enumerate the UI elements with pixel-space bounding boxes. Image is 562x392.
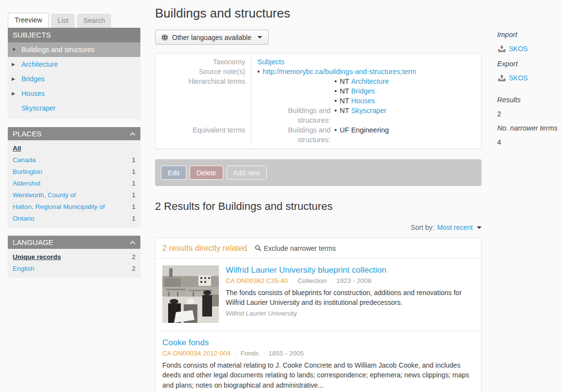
hierarchical-term-link[interactable]: Architecture [351,76,388,86]
source-note-row: Source note(s) •http://memorybc.ca/build… [155,67,481,76]
language-facet-header[interactable]: LANGUAGE [8,236,140,249]
other-languages-button[interactable]: Other languages available [155,30,269,45]
language-facet-body: Unique records 2 English 2 [8,249,140,277]
facet-row-all: All [8,142,140,154]
equivalent-terms-row: Equivalent terms Buildings and structure… [155,125,481,145]
places-facet-body: All Canada 1 Burlington 1 Aldershot 1 We… [8,140,140,227]
subjects-header: SUBJECTS [8,28,140,42]
result-item: Wilfrid Laurier University blueprint col… [155,259,481,331]
caret-down-icon [477,226,482,229]
right-sidebar: Import SKOS Export SKOS Results 2 No. na… [497,31,561,152]
facet-link[interactable]: English [13,265,34,272]
facet-count: 1 [132,203,136,210]
term-prefix [257,96,330,106]
level-of-description: Fonds [240,350,259,357]
facet-link[interactable]: Ontario [13,215,34,222]
results-count-value: 2 [497,110,561,118]
places-header-label: PLACES [13,129,41,139]
bullet-icon: • [334,96,337,106]
tree-item-link[interactable]: Houses [21,90,44,97]
result-thumbnail[interactable] [162,265,219,323]
hierarchical-term-link[interactable]: Houses [351,96,375,106]
tree-item-link[interactable]: Architecture [21,60,58,68]
results-count-heading: Results [497,96,561,104]
facet-link[interactable]: Halton, Regional Municipality of [13,203,105,210]
delete-button[interactable]: Delete [190,166,223,180]
level-of-description: Collection [298,277,327,284]
facet-link[interactable]: Aldershot [13,180,40,187]
tree-item-skyscraper[interactable]: Skyscraper [8,101,140,115]
triangle-right-icon[interactable] [12,76,21,81]
term-prefix [257,76,330,86]
facet-row-english: English 2 [8,262,140,274]
term-prefix: Buildings and structures: [257,106,330,125]
tab-search[interactable]: Search [77,14,111,28]
exclude-narrower-terms-link[interactable]: Exclude narrower terms [255,244,336,252]
facet-link[interactable]: Canada [13,156,36,164]
term-info-box: Taxonomy Subjects Source note(s) •http:/… [155,53,482,149]
taxonomy-link[interactable]: Subjects [257,58,285,66]
export-skos-link[interactable]: SKOS [498,74,528,82]
sort-by-select[interactable]: Most recent [437,224,473,231]
other-languages-label: Other languages available [172,34,252,41]
hierarchical-terms-label: Hierarchical terms [155,76,251,125]
import-heading: Import [497,31,561,38]
facet-count: 2 [132,265,136,272]
hierarchical-term-link[interactable]: Skyscraper [351,106,387,125]
chevron-up-icon [130,241,136,244]
exclude-narrower-terms-label: Exclude narrower terms [264,244,336,252]
chevron-up-icon [130,132,136,136]
main-content: Buildings and structures Other languages… [155,6,482,392]
term-prefix: Buildings and structures: [257,125,330,145]
search-icon [255,245,261,251]
sort-row: Sort by: Most recent [155,224,482,231]
bullet-icon: • [334,106,337,125]
import-skos-link[interactable]: SKOS [498,45,528,53]
result-item: Cooke fonds CA ON00034 2012-004 · Fonds … [155,331,481,392]
triangle-right-icon[interactable] [12,91,21,96]
tree-item-link[interactable]: Skyscraper [21,104,56,112]
facet-link[interactable]: Wentworth, County of [13,191,76,199]
edit-button[interactable]: Edit [161,166,186,180]
facet-row-halton: Halton, Regional Municipality of 1 [8,201,140,212]
facet-count: 1 [132,156,136,164]
tree-item-label: Buildings and structures [21,46,94,54]
facet-link[interactable]: Burlington [13,168,42,175]
related-results-label: 2 results directly related [162,243,247,253]
source-note-link[interactable]: http://memorybc.ca/buildings-and-structu… [263,68,416,75]
hierarchical-term-link[interactable]: Bridges [351,86,375,96]
result-title-link[interactable]: Cooke fonds [162,338,474,348]
equivalent-term: Buildings and structures: • UF Engineeri… [257,125,481,145]
result-meta: CA ON00034 2012-004 · Fonds · 1855 - 200… [162,350,474,357]
facet-count: 2 [132,253,136,261]
tree-item-architecture[interactable]: Architecture [8,57,140,72]
tree-item-link[interactable]: Bridges [21,75,44,83]
places-facet-header[interactable]: PLACES [8,127,140,140]
bullet-icon: • [334,125,337,145]
triangle-right-icon[interactable] [12,62,21,67]
hierarchical-term: • NT Architecture [257,76,481,86]
dates: 1923 - 2008 [336,277,371,284]
tree-item-buildings-and-structures[interactable]: Buildings and structures [8,42,140,57]
sort-by-label: Sort by: [411,224,434,231]
action-bar: Edit Delete Add new [155,159,482,186]
treeview-tabs: Treeview List Search [8,13,140,28]
term-rel: NT [340,106,349,125]
tree-item-bridges[interactable]: Bridges [8,72,140,86]
equivalent-term-text: Engineering [351,125,388,145]
tree-item-houses[interactable]: Houses [8,86,140,101]
results-heading: 2 Results for Buildings and structures [155,200,482,213]
taxonomy-row: Taxonomy Subjects [155,57,481,67]
bullet-icon: • [334,86,337,96]
facet-link-all[interactable]: All [13,145,21,152]
tab-list[interactable]: List [51,14,75,28]
results-panel: 2 results directly related Exclude narro… [155,238,482,392]
facet-link-unique-records[interactable]: Unique records [13,253,61,261]
source-note-label: Source note(s) [155,67,251,76]
page-title: Buildings and structures [155,6,482,21]
triangle-down-icon[interactable] [12,47,21,52]
narrower-terms-value: 4 [497,138,561,146]
hierarchical-terms-row: Hierarchical terms • NT Architecture • N… [155,76,481,125]
add-new-button[interactable]: Add new [227,166,267,180]
tab-treeview[interactable]: Treeview [8,13,49,28]
